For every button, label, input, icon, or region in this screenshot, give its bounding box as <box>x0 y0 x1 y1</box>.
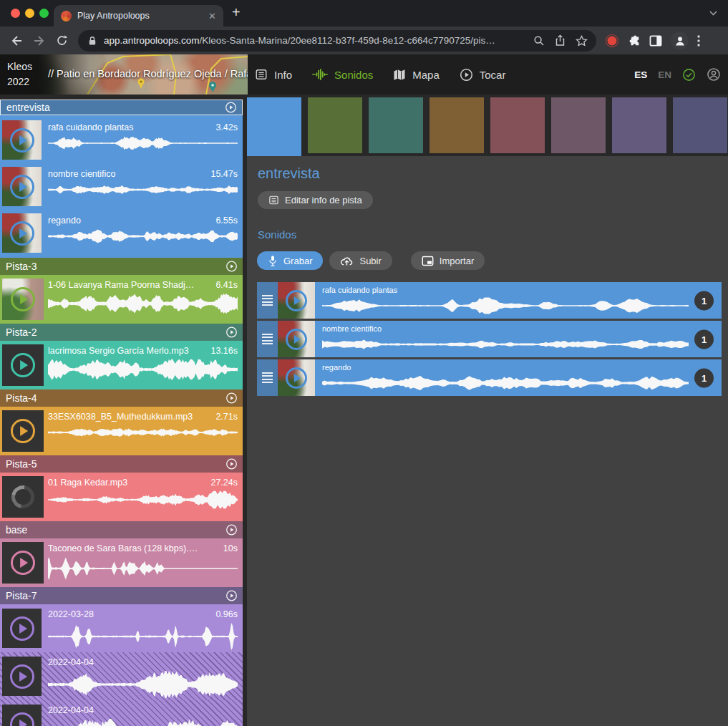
track-name: entrevista <box>6 102 50 113</box>
clip-thumbnail[interactable] <box>2 476 44 518</box>
clip-row[interactable]: 01 Raga Kedar.mp327.24s <box>0 473 243 521</box>
nav-info[interactable]: Info <box>255 68 292 81</box>
track-swatch-6[interactable] <box>551 97 606 153</box>
nav-sonidos[interactable]: Sonidos <box>312 68 373 81</box>
clip-thumbnail[interactable] <box>2 609 42 648</box>
play-icon[interactable] <box>11 353 35 377</box>
track-play-icon[interactable] <box>225 524 238 536</box>
clip-thumbnail[interactable] <box>2 213 42 253</box>
close-icon[interactable]: ✕ <box>208 11 216 21</box>
track-play-icon[interactable] <box>225 458 238 470</box>
clip-row[interactable]: 2022-04-04 <box>0 652 243 700</box>
clip-thumbnail[interactable] <box>2 167 42 206</box>
lang-es[interactable]: ES <box>634 69 647 80</box>
clip-row[interactable]: 2022-03-280.96s <box>0 604 243 652</box>
reload-icon[interactable] <box>56 34 68 47</box>
sound-thumbnail[interactable] <box>278 282 315 319</box>
track-swatch-1[interactable] <box>247 97 301 156</box>
new-tab-button[interactable]: + <box>232 4 241 21</box>
track-swatch-3[interactable] <box>369 97 423 153</box>
clip-thumbnail[interactable] <box>2 705 42 726</box>
track-play-icon[interactable] <box>225 590 238 602</box>
window-minimize-button[interactable] <box>25 9 34 18</box>
menu-kebab-icon[interactable] <box>697 35 700 47</box>
clip-row[interactable]: regando6.55s <box>0 210 243 256</box>
track-header-Pista-2[interactable]: Pista-2 <box>0 324 243 341</box>
chevron-down-icon[interactable] <box>709 9 718 16</box>
track-swatch-4[interactable] <box>429 97 484 153</box>
track-header-entrevista[interactable]: entrevista <box>0 100 243 115</box>
sidebar-icon[interactable] <box>649 35 662 47</box>
play-icon[interactable] <box>11 419 35 443</box>
importar-button[interactable]: Importar <box>411 251 485 270</box>
share-icon[interactable] <box>555 34 566 47</box>
back-icon[interactable] <box>10 35 23 47</box>
play-icon[interactable] <box>10 616 34 641</box>
lang-en[interactable]: EN <box>658 69 671 80</box>
clip-waveform <box>48 182 238 198</box>
search-icon[interactable] <box>533 35 545 47</box>
check-circle-icon[interactable] <box>682 68 696 82</box>
sound-row[interactable]: nombre cientifico1 <box>257 321 722 357</box>
play-icon[interactable] <box>286 290 307 311</box>
drag-handle-icon[interactable] <box>257 359 278 396</box>
clip-row[interactable]: Taconeo de Sara Baras (128 kbps).mp310s <box>0 538 243 587</box>
clip-row[interactable]: lacrimosa Sergio García Merlo.mp313.16s <box>0 341 243 389</box>
clip-thumbnail[interactable] <box>2 344 44 386</box>
clip-row[interactable]: nombre cientifico15.47s <box>0 164 243 209</box>
url-bar[interactable]: app.antropoloops.com/Kleos-Santa-Marina/… <box>78 30 596 52</box>
clip-row[interactable]: 1-06 Lavanya Rama Poorna Shadjam Rupak..… <box>0 275 243 324</box>
play-icon[interactable] <box>286 367 307 389</box>
sound-row[interactable]: rafa cuidando plantas1 <box>257 282 722 319</box>
play-icon[interactable] <box>11 551 35 575</box>
play-icon[interactable] <box>10 712 34 726</box>
clip-row[interactable]: rafa cuidando plantas3.42s <box>0 117 243 163</box>
track-play-icon[interactable] <box>225 102 237 114</box>
grabar-button[interactable]: Grabar <box>257 251 323 270</box>
browser-tab[interactable]: Play Antropoloops ✕ <box>54 5 223 26</box>
map-thumbnail[interactable]: Kleos 2022 // Patio en Bordador Rodrígue… <box>0 54 248 95</box>
account-circle-icon[interactable] <box>707 67 721 82</box>
play-icon[interactable] <box>10 664 34 689</box>
window-zoom-button[interactable] <box>39 9 49 18</box>
sound-thumbnail[interactable] <box>278 359 315 396</box>
forward-icon[interactable] <box>33 35 46 47</box>
clip-thumbnail[interactable] <box>2 657 42 696</box>
play-icon[interactable] <box>10 175 34 199</box>
nav-tocar[interactable]: Tocar <box>460 68 506 82</box>
clip-thumbnail[interactable] <box>2 542 44 584</box>
play-icon[interactable] <box>11 287 35 311</box>
track-play-icon[interactable] <box>225 392 238 405</box>
track-header-base[interactable]: base <box>0 521 243 538</box>
track-play-icon[interactable] <box>225 261 238 273</box>
profile-icon[interactable] <box>671 32 689 49</box>
track-swatch-5[interactable] <box>490 97 545 153</box>
clip-thumbnail[interactable] <box>2 279 44 320</box>
track-swatch-8[interactable] <box>673 97 727 153</box>
play-icon[interactable] <box>286 329 307 350</box>
track-header-Pista-4[interactable]: Pista-4 <box>0 389 243 407</box>
clip-row[interactable]: 33ESX6038_B5_Muthedukkum.mp32.71s <box>0 407 243 455</box>
clip-thumbnail[interactable] <box>2 410 44 452</box>
sound-thumbnail[interactable] <box>278 321 315 357</box>
drag-handle-icon[interactable] <box>257 282 278 319</box>
track-header-Pista-7[interactable]: Pista-7 <box>0 587 243 604</box>
bookmark-star-icon[interactable] <box>576 35 588 47</box>
track-swatch-2[interactable] <box>308 97 362 153</box>
clip-thumbnail[interactable] <box>2 120 42 160</box>
record-icon[interactable] <box>605 34 619 48</box>
sound-row[interactable]: regando1 <box>257 359 722 396</box>
edit-track-info-button[interactable]: Editar info de pista <box>258 191 373 209</box>
nav-mapa[interactable]: Mapa <box>393 69 440 81</box>
play-icon[interactable] <box>10 128 34 153</box>
extensions-puzzle-icon[interactable] <box>628 34 641 47</box>
track-header-Pista-3[interactable]: Pista-3 <box>0 258 243 275</box>
track-header-Pista-5[interactable]: Pista-5 <box>0 455 243 473</box>
track-swatch-7[interactable] <box>612 97 666 153</box>
window-close-button[interactable] <box>11 9 20 18</box>
drag-handle-icon[interactable] <box>257 321 278 357</box>
subir-button[interactable]: Subir <box>329 251 392 270</box>
clip-row[interactable]: 2022-04-04 <box>0 700 243 726</box>
play-icon[interactable] <box>10 221 34 246</box>
track-play-icon[interactable] <box>225 326 238 339</box>
